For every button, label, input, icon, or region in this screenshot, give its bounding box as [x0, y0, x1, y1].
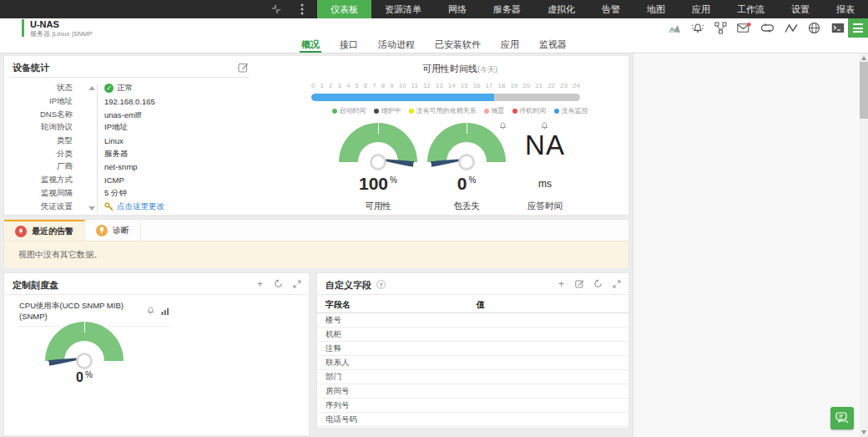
nav-item[interactable]: 虚拟化: [534, 0, 588, 18]
custom-field-row: 部门: [317, 370, 628, 384]
timeline-hour-label: 1: [320, 82, 323, 89]
device-accent-bar: [22, 19, 24, 37]
header-toolbar: [667, 18, 845, 38]
status-ok-icon: ✓: [104, 84, 114, 93]
stat-row-type: 类型 Linux: [4, 135, 255, 148]
add-icon[interactable]: +: [556, 278, 567, 289]
scrollbar-up-arrow[interactable]: [861, 56, 866, 60]
scrollbar-down-arrow[interactable]: [861, 430, 866, 434]
panel-header: 定制刻度盘 +: [4, 273, 309, 295]
availability-title: 可用性时间线(今天): [288, 63, 632, 75]
timeline-hour-label: 7: [372, 82, 376, 89]
threshold-bell-icon[interactable]: [498, 122, 507, 130]
legend-label: 搁置: [492, 106, 505, 115]
legend-item: 停机时间: [512, 106, 547, 115]
gauge-hub: [370, 154, 386, 170]
gauge-label: 包丢失: [453, 201, 480, 212]
web-globe-icon[interactable]: [807, 21, 821, 35]
tab-diagnostics[interactable]: 诊断: [85, 220, 141, 241]
nav-item[interactable]: 工作流: [724, 0, 778, 18]
refresh-icon[interactable]: [593, 278, 603, 289]
help-icon[interactable]: ?: [376, 280, 386, 289]
timeline-hour-label: 4: [346, 82, 350, 89]
expand-icon[interactable]: [291, 278, 302, 289]
activity-graph-icon[interactable]: [784, 21, 798, 35]
legend-item: 没有可用的依赖关系: [409, 106, 477, 115]
stat-row-category: 分类 服务器: [4, 147, 255, 160]
device-header: U-NAS 服务器 |Linux |SNMP: [0, 18, 868, 38]
gauge-value: 0: [457, 174, 467, 194]
custom-field-name: 部门: [317, 372, 468, 383]
timeline-hour-label: 13: [436, 82, 443, 89]
timeline-hour-label: 18: [497, 82, 505, 89]
nav-item[interactable]: 报表: [823, 0, 868, 18]
scroll-up-arrow[interactable]: [88, 86, 95, 90]
credentials-change-link[interactable]: 点击这里更改: [117, 201, 164, 212]
legend-dot: [554, 109, 559, 114]
add-icon[interactable]: +: [255, 278, 265, 289]
terminal-icon[interactable]: [830, 21, 845, 35]
nav-item[interactable]: 网络: [435, 0, 480, 18]
vertical-scrollbar[interactable]: [860, 53, 868, 437]
custom-field-row: 机柜: [317, 328, 628, 342]
custom-fields-table-header: 字段名 值: [317, 296, 628, 313]
collapse-icon[interactable]: [269, 3, 283, 17]
custom-field-row: 房间号: [317, 384, 628, 399]
legend-item: 维护中: [374, 106, 401, 115]
timeline-hour-label: 24: [573, 82, 580, 89]
nav-item[interactable]: 应用: [679, 0, 724, 18]
device-tab[interactable]: 接口: [338, 38, 360, 53]
cpu-gauge-dial: [45, 322, 124, 367]
custom-field-name: 注释: [317, 343, 468, 354]
nav-item[interactable]: 服务器: [480, 0, 534, 18]
stat-row-credentials: 凭证设置 点击这里更改: [4, 200, 255, 213]
legend-item: 没有监控: [554, 106, 588, 115]
timeline-hour-label: 14: [448, 82, 456, 89]
threshold-bell-icon[interactable]: [146, 307, 155, 315]
nav-item[interactable]: 资源清单: [371, 0, 435, 18]
threshold-bell-icon[interactable]: [540, 122, 549, 130]
performance-chart-icon[interactable]: [667, 21, 681, 35]
availability-timeline-bar[interactable]: [311, 94, 580, 101]
availability-gauge: 100% 可用性: [336, 123, 420, 212]
edit-icon[interactable]: [574, 278, 585, 289]
timeline-hour-label: 16: [473, 82, 481, 89]
nav-item[interactable]: 设置: [778, 0, 823, 18]
custom-field-name: 机柜: [317, 329, 468, 340]
alarm-bell-icon[interactable]: [690, 21, 704, 35]
device-tab[interactable]: 应用: [499, 38, 521, 53]
custom-fields-title: 自定义字段?: [326, 279, 386, 292]
custom-field-name: 楼号: [317, 315, 468, 326]
gauge-dial: [339, 123, 417, 168]
nav-item[interactable]: 告警: [588, 0, 633, 18]
top-nav: 仪表板资源清单网络服务器虚拟化告警地图应用工作流设置报表: [0, 0, 868, 18]
edit-icon[interactable]: [238, 62, 249, 73]
gauge-dial: [427, 123, 506, 168]
support-chat-button[interactable]: [830, 407, 854, 429]
more-vertical-icon[interactable]: [295, 3, 309, 17]
scrollbar-thumb[interactable]: [860, 62, 868, 119]
nav-item[interactable]: 仪表板: [317, 0, 371, 18]
timeline-hour-label: 22: [548, 82, 555, 89]
expand-icon[interactable]: [611, 278, 622, 289]
scroll-down-arrow[interactable]: [88, 206, 95, 211]
stat-row-ip: IP地址 192.168.0.165: [4, 95, 255, 109]
custom-field-name: 序列号: [317, 400, 468, 411]
refresh-icon[interactable]: [273, 278, 284, 289]
workflow-loop-icon[interactable]: [760, 21, 775, 35]
timeline-hour-label: 21: [535, 82, 542, 89]
stat-row-monitor-method: 监视方式 ICMP: [4, 174, 255, 187]
topology-icon[interactable]: [714, 21, 728, 35]
device-tab[interactable]: 已安装软件: [433, 38, 482, 53]
device-tab[interactable]: 活动进程: [376, 38, 416, 53]
mail-icon[interactable]: [737, 21, 751, 35]
device-tab[interactable]: 监视器: [537, 38, 568, 53]
alarms-tab-bar: 最近的告警 诊断: [4, 220, 628, 241]
gauge-label: 应答时间: [527, 201, 563, 212]
tab-recent-alarms[interactable]: 最近的告警: [4, 220, 85, 241]
menu-button[interactable]: [848, 18, 868, 38]
bar-chart-icon[interactable]: [161, 307, 169, 315]
nav-item[interactable]: 地图: [633, 0, 679, 18]
timeline-hour-label: 11: [411, 82, 418, 89]
device-tab[interactable]: 概况: [300, 38, 321, 53]
